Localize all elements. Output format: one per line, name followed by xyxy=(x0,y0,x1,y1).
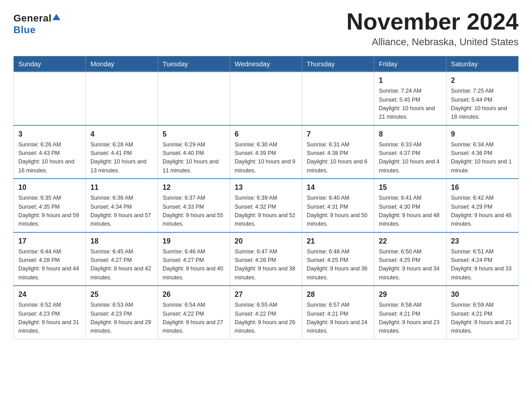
day-number: 24 xyxy=(18,289,81,300)
calendar-cell: 10Sunrise: 6:35 AM Sunset: 4:35 PM Dayli… xyxy=(14,179,86,232)
day-info: Sunrise: 6:47 AM Sunset: 4:26 PM Dayligh… xyxy=(235,248,297,283)
day-info: Sunrise: 6:35 AM Sunset: 4:35 PM Dayligh… xyxy=(18,194,81,229)
day-number: 11 xyxy=(90,182,153,193)
day-info: Sunrise: 6:42 AM Sunset: 4:29 PM Dayligh… xyxy=(451,194,514,229)
calendar-cell: 11Sunrise: 6:36 AM Sunset: 4:34 PM Dayli… xyxy=(86,179,158,232)
calendar-cell: 16Sunrise: 6:42 AM Sunset: 4:29 PM Dayli… xyxy=(446,179,519,232)
day-info: Sunrise: 7:25 AM Sunset: 5:44 PM Dayligh… xyxy=(451,87,514,122)
calendar-cell: 17Sunrise: 6:44 AM Sunset: 4:28 PM Dayli… xyxy=(14,232,86,286)
day-info: Sunrise: 6:36 AM Sunset: 4:34 PM Dayligh… xyxy=(90,194,153,229)
calendar-cell: 8Sunrise: 6:33 AM Sunset: 4:37 PM Daylig… xyxy=(374,125,446,179)
day-info: Sunrise: 6:39 AM Sunset: 4:32 PM Dayligh… xyxy=(235,194,297,229)
calendar-cell: 15Sunrise: 6:41 AM Sunset: 4:30 PM Dayli… xyxy=(374,179,446,232)
day-number: 12 xyxy=(163,182,225,193)
calendar-cell: 1Sunrise: 7:24 AM Sunset: 5:45 PM Daylig… xyxy=(374,72,446,125)
day-number: 18 xyxy=(90,236,153,247)
day-info: Sunrise: 6:46 AM Sunset: 4:27 PM Dayligh… xyxy=(163,248,225,283)
day-number: 2 xyxy=(451,75,514,86)
weekday-header-sunday: Sunday xyxy=(14,56,86,72)
day-info: Sunrise: 6:26 AM Sunset: 4:43 PM Dayligh… xyxy=(18,141,81,176)
calendar-cell: 2Sunrise: 7:25 AM Sunset: 5:44 PM Daylig… xyxy=(446,72,519,125)
page-header: General Blue November 2024 Alliance, Neb… xyxy=(13,9,519,48)
calendar-cell: 14Sunrise: 6:40 AM Sunset: 4:31 PM Dayli… xyxy=(302,179,374,232)
day-number: 4 xyxy=(90,129,153,140)
calendar-table: SundayMondayTuesdayWednesdayThursdayFrid… xyxy=(13,56,519,339)
calendar-cell xyxy=(158,72,230,125)
day-number: 23 xyxy=(451,236,514,247)
day-info: Sunrise: 6:51 AM Sunset: 4:24 PM Dayligh… xyxy=(451,248,514,283)
day-number: 15 xyxy=(379,182,442,193)
calendar-cell xyxy=(302,72,374,125)
calendar-cell: 19Sunrise: 6:46 AM Sunset: 4:27 PM Dayli… xyxy=(158,232,230,286)
logo-blue: Blue xyxy=(13,24,36,36)
calendar-cell xyxy=(86,72,158,125)
day-info: Sunrise: 6:44 AM Sunset: 4:28 PM Dayligh… xyxy=(18,248,81,283)
day-info: Sunrise: 6:55 AM Sunset: 4:22 PM Dayligh… xyxy=(235,301,297,336)
day-number: 27 xyxy=(235,289,297,300)
day-info: Sunrise: 7:24 AM Sunset: 5:45 PM Dayligh… xyxy=(379,87,442,122)
calendar-cell: 23Sunrise: 6:51 AM Sunset: 4:24 PM Dayli… xyxy=(446,232,519,286)
day-number: 29 xyxy=(379,289,442,300)
calendar-cell: 25Sunrise: 6:53 AM Sunset: 4:23 PM Dayli… xyxy=(86,286,158,339)
day-info: Sunrise: 6:37 AM Sunset: 4:33 PM Dayligh… xyxy=(163,194,225,229)
day-info: Sunrise: 6:31 AM Sunset: 4:38 PM Dayligh… xyxy=(307,141,369,176)
day-number: 17 xyxy=(18,236,81,247)
day-info: Sunrise: 6:48 AM Sunset: 4:25 PM Dayligh… xyxy=(307,248,369,283)
calendar-cell: 3Sunrise: 6:26 AM Sunset: 4:43 PM Daylig… xyxy=(14,125,86,179)
day-number: 13 xyxy=(235,182,297,193)
day-number: 5 xyxy=(163,129,225,140)
day-number: 1 xyxy=(379,75,442,86)
day-number: 28 xyxy=(307,289,369,300)
day-info: Sunrise: 6:40 AM Sunset: 4:31 PM Dayligh… xyxy=(307,194,369,229)
calendar-cell: 29Sunrise: 6:58 AM Sunset: 4:21 PM Dayli… xyxy=(374,286,446,339)
calendar-cell: 21Sunrise: 6:48 AM Sunset: 4:25 PM Dayli… xyxy=(302,232,374,286)
calendar-cell: 12Sunrise: 6:37 AM Sunset: 4:33 PM Dayli… xyxy=(158,179,230,232)
day-info: Sunrise: 6:30 AM Sunset: 4:39 PM Dayligh… xyxy=(235,141,297,176)
week-row-5: 24Sunrise: 6:52 AM Sunset: 4:23 PM Dayli… xyxy=(14,286,519,339)
day-number: 21 xyxy=(307,236,369,247)
day-info: Sunrise: 6:34 AM Sunset: 4:36 PM Dayligh… xyxy=(451,141,514,176)
calendar-cell: 18Sunrise: 6:45 AM Sunset: 4:27 PM Dayli… xyxy=(86,232,158,286)
calendar-cell: 7Sunrise: 6:31 AM Sunset: 4:38 PM Daylig… xyxy=(302,125,374,179)
week-row-3: 10Sunrise: 6:35 AM Sunset: 4:35 PM Dayli… xyxy=(14,179,519,232)
day-number: 6 xyxy=(235,129,297,140)
calendar-cell: 20Sunrise: 6:47 AM Sunset: 4:26 PM Dayli… xyxy=(230,232,302,286)
day-info: Sunrise: 6:57 AM Sunset: 4:21 PM Dayligh… xyxy=(307,301,369,336)
calendar-cell: 22Sunrise: 6:50 AM Sunset: 4:25 PM Dayli… xyxy=(374,232,446,286)
week-row-2: 3Sunrise: 6:26 AM Sunset: 4:43 PM Daylig… xyxy=(14,125,519,179)
day-number: 8 xyxy=(379,129,442,140)
calendar-cell: 9Sunrise: 6:34 AM Sunset: 4:36 PM Daylig… xyxy=(446,125,519,179)
day-number: 9 xyxy=(451,129,514,140)
day-info: Sunrise: 6:29 AM Sunset: 4:40 PM Dayligh… xyxy=(163,141,225,176)
day-info: Sunrise: 6:41 AM Sunset: 4:30 PM Dayligh… xyxy=(379,194,442,229)
calendar-cell: 24Sunrise: 6:52 AM Sunset: 4:23 PM Dayli… xyxy=(14,286,86,339)
day-number: 30 xyxy=(451,289,514,300)
day-info: Sunrise: 6:54 AM Sunset: 4:22 PM Dayligh… xyxy=(163,301,225,336)
week-row-4: 17Sunrise: 6:44 AM Sunset: 4:28 PM Dayli… xyxy=(14,232,519,286)
day-info: Sunrise: 6:58 AM Sunset: 4:21 PM Dayligh… xyxy=(379,301,442,336)
page-title: November 2024 xyxy=(347,9,519,34)
weekday-header-wednesday: Wednesday xyxy=(230,56,302,72)
logo-triangle-icon xyxy=(52,14,60,20)
calendar-cell: 27Sunrise: 6:55 AM Sunset: 4:22 PM Dayli… xyxy=(230,286,302,339)
day-number: 19 xyxy=(163,236,225,247)
day-number: 22 xyxy=(379,236,442,247)
calendar-cell xyxy=(14,72,86,125)
day-info: Sunrise: 6:33 AM Sunset: 4:37 PM Dayligh… xyxy=(379,141,442,176)
weekday-header-monday: Monday xyxy=(86,56,158,72)
logo-general: General xyxy=(13,13,51,24)
day-number: 7 xyxy=(307,129,369,140)
title-area: November 2024 Alliance, Nebraska, United… xyxy=(347,9,519,48)
page-subtitle: Alliance, Nebraska, United States xyxy=(347,36,519,48)
day-number: 10 xyxy=(18,182,81,193)
logo: General Blue xyxy=(13,13,60,36)
calendar-cell: 5Sunrise: 6:29 AM Sunset: 4:40 PM Daylig… xyxy=(158,125,230,179)
weekday-header-friday: Friday xyxy=(374,56,446,72)
calendar-cell xyxy=(230,72,302,125)
calendar-cell: 4Sunrise: 6:28 AM Sunset: 4:41 PM Daylig… xyxy=(86,125,158,179)
weekday-header-thursday: Thursday xyxy=(302,56,374,72)
calendar-cell: 6Sunrise: 6:30 AM Sunset: 4:39 PM Daylig… xyxy=(230,125,302,179)
calendar-cell: 28Sunrise: 6:57 AM Sunset: 4:21 PM Dayli… xyxy=(302,286,374,339)
day-number: 14 xyxy=(307,182,369,193)
weekday-header-row: SundayMondayTuesdayWednesdayThursdayFrid… xyxy=(14,56,519,72)
